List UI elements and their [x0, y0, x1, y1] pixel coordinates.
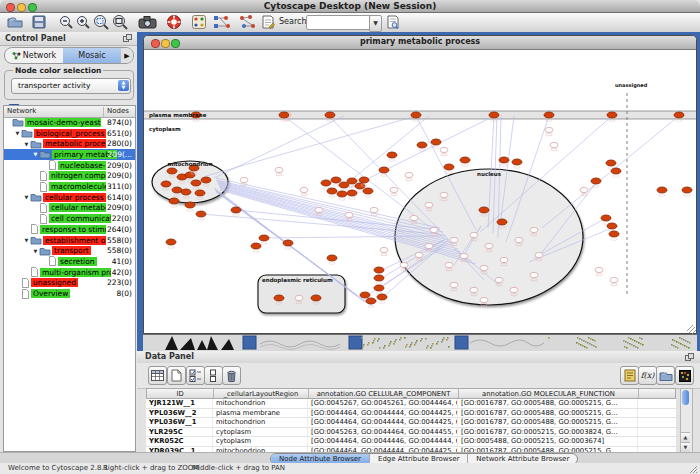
resize-grip-icon[interactable]: [688, 464, 698, 474]
tree-row[interactable]: multi-organism pro42(0): [4, 267, 135, 278]
network-node[interactable]: [360, 292, 370, 298]
network-node[interactable]: [283, 240, 293, 246]
float-panel-icon[interactable]: [123, 34, 132, 42]
network-node[interactable]: [311, 295, 321, 301]
expand-icon[interactable]: ▼: [23, 194, 30, 200]
network-node-unselected[interactable]: [530, 227, 538, 232]
network-node[interactable]: [387, 152, 397, 158]
network-node-unselected[interactable]: [430, 227, 438, 232]
network-node[interactable]: [337, 191, 347, 197]
table-row[interactable]: YKR052Ccytoplasm[GO:0044464, GO:0044446,…: [146, 437, 676, 447]
column-header[interactable]: annotation.GO CELLULAR_COMPONENT: [309, 389, 459, 398]
network-node-unselected[interactable]: [470, 232, 478, 237]
column-header[interactable]: annotation.GO MOLECULAR_FUNCTION: [459, 389, 639, 398]
tree-row[interactable]: ▼biological_process651(0): [4, 128, 135, 139]
network-node[interactable]: [161, 181, 171, 187]
network-node-unselected[interactable]: [610, 277, 618, 282]
table-row[interactable]: YJR121W__1mitochondrion[GO:0045267, GO:0…: [146, 399, 676, 409]
network-node[interactable]: [417, 142, 427, 148]
network-node[interactable]: [544, 112, 554, 118]
tree-row[interactable]: macromolecule311(0): [4, 181, 135, 192]
network-node[interactable]: [259, 235, 269, 241]
table-cell[interactable]: YJR121W__1: [146, 399, 213, 408]
scroll-down-icon[interactable]: ▼: [681, 442, 690, 452]
network-palette-icon[interactable]: [191, 14, 209, 30]
table-row[interactable]: YPL036W__2plasma membrane[GO:0044464, GO…: [146, 409, 676, 419]
import-attributes-icon[interactable]: [656, 366, 675, 385]
tree-row-label[interactable]: metabolic process: [43, 139, 115, 148]
table-scrollbar[interactable]: ▲ ▼: [680, 388, 693, 453]
expand-icon[interactable]: ▼: [23, 237, 30, 243]
network-node[interactable]: [231, 207, 241, 213]
delete-attribute-icon[interactable]: [222, 366, 241, 385]
network-node-unselected[interactable]: [345, 212, 353, 217]
tree-row[interactable]: secretion41(0): [4, 256, 135, 267]
table-cell[interactable]: YLR295C: [146, 428, 213, 437]
network-node-unselected[interactable]: [440, 192, 448, 197]
network-node[interactable]: [374, 275, 384, 281]
table-cell[interactable]: [GO:0016787, GO:0005488, GO:0005215, G..…: [458, 418, 638, 427]
tree-row[interactable]: nucleobase-209(0): [4, 160, 135, 171]
tab-network[interactable]: Network: [5, 48, 63, 63]
tree-row-label[interactable]: cellular metabo: [49, 203, 112, 212]
layout-red-icon[interactable]: [238, 14, 256, 30]
network-node[interactable]: [431, 139, 441, 145]
table-cell[interactable]: [GO:0016787, GO:0005215, GO:0003824, G..…: [458, 428, 638, 437]
save-icon[interactable]: [31, 14, 49, 30]
tree-row-label[interactable]: macromolecule: [49, 182, 111, 191]
formula-icon[interactable]: f(x): [638, 366, 657, 385]
tree-row-label[interactable]: biological_process: [34, 129, 106, 138]
network-node[interactable]: [512, 159, 522, 165]
network-node-unselected[interactable]: [400, 262, 408, 267]
search-options-icon[interactable]: [385, 14, 403, 30]
scroll-up-icon[interactable]: ▲: [681, 432, 690, 442]
network-node[interactable]: [185, 172, 195, 178]
network-node[interactable]: [374, 285, 384, 291]
scrollbar-thumb[interactable]: [682, 390, 689, 405]
tree-row-label[interactable]: nucleobase-: [58, 161, 108, 170]
network-node[interactable]: [366, 298, 376, 304]
network-node-unselected[interactable]: [275, 167, 283, 172]
table-cell[interactable]: [GO:0005488, GO:0005215, GO:0003674]: [458, 437, 638, 446]
tree-row[interactable]: ▼transport558(0): [4, 245, 135, 256]
tree-row-label[interactable]: multi-organism pro: [40, 268, 116, 277]
tree-row[interactable]: unassigned223(0): [4, 278, 135, 289]
network-node-unselected[interactable]: [300, 187, 308, 192]
search-dropdown-icon[interactable]: ▼: [369, 15, 382, 32]
network-node[interactable]: [279, 112, 289, 118]
network-node-unselected[interactable]: [535, 252, 543, 257]
network-node[interactable]: [321, 180, 331, 186]
table-cell[interactable]: cytoplasm: [213, 428, 308, 437]
network-node[interactable]: [411, 112, 421, 118]
network-node[interactable]: [611, 168, 621, 174]
network-node-unselected[interactable]: [415, 252, 423, 257]
network-node-unselected[interactable]: [425, 243, 433, 248]
network-canvas[interactable]: plasma membranecytoplasmmitochondrionnuc…: [144, 50, 696, 334]
table-row[interactable]: YLR295Ccytoplasm[GO:0045263, GO:0044464,…: [146, 428, 676, 438]
network-node[interactable]: [181, 189, 191, 195]
network-node[interactable]: [327, 255, 337, 261]
network-node[interactable]: [607, 112, 617, 118]
network-node-unselected[interactable]: [470, 287, 478, 292]
network-node-unselected[interactable]: [370, 207, 378, 212]
table-cell[interactable]: plasma membrane: [213, 409, 308, 418]
network-node[interactable]: [166, 239, 176, 245]
tree-column-network[interactable]: Network: [7, 107, 36, 115]
tree-row[interactable]: ▼cellular process614(0): [4, 192, 135, 203]
network-node[interactable]: [657, 187, 667, 193]
table-cell[interactable]: [GO:0016787, GO:0005488, GO:0005215, G..…: [458, 399, 638, 408]
matrix-icon[interactable]: [675, 366, 694, 385]
network-view-titlebar[interactable]: primary metabolic process: [144, 36, 696, 50]
tree-row[interactable]: ▼establishment of lo558(0): [4, 235, 135, 246]
table-cell[interactable]: [GO:0044464, GO:0044446, GO:0044444, G..…: [308, 437, 458, 446]
network-node[interactable]: [682, 187, 692, 193]
network-node[interactable]: [497, 219, 507, 225]
network-node[interactable]: [331, 177, 341, 183]
network-node[interactable]: [169, 198, 179, 204]
new-attribute-icon[interactable]: [167, 366, 186, 385]
network-node-unselected[interactable]: [410, 215, 418, 220]
table-cell[interactable]: YPL036W__1: [146, 418, 213, 427]
network-node[interactable]: [377, 294, 387, 300]
network-node-unselected[interactable]: [550, 142, 558, 147]
network-node-unselected[interactable]: [450, 282, 458, 287]
